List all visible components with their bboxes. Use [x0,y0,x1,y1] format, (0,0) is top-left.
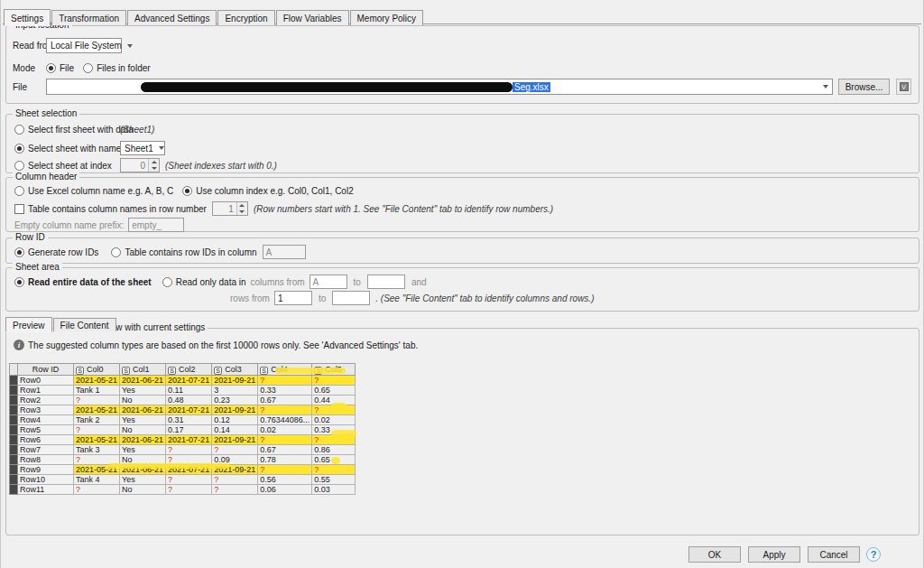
col-header-col5[interactable]: SCol5 [312,364,356,376]
browse-button[interactable]: Browse... [838,79,890,95]
col-header-rowid[interactable]: Row ID [18,364,74,376]
read-only-radio[interactable] [162,277,172,287]
row-handle[interactable] [10,455,18,465]
table-row[interactable]: Row92021-05-212021-06-212021-07-212021-0… [10,465,356,475]
tab-advanced-settings[interactable]: Advanced Settings [127,10,217,25]
col-header-col0[interactable]: SCol0 [74,364,120,376]
rows-to-input[interactable] [332,291,370,305]
table-row[interactable]: Row1Tank 1Yes0.1130.330.65 [10,386,356,396]
table-cell: 0.17 [166,425,212,435]
string-type-icon: S [314,367,322,375]
read-from-label: Read from [13,41,46,51]
tab-memory-policy[interactable]: Memory Policy [350,10,424,25]
tab-file-content[interactable]: File Content [53,318,116,331]
row-handle[interactable] [10,396,18,405]
file-path-input[interactable]: Seg.xlsx [46,79,833,95]
table-cell: 0.65 [312,386,356,396]
row-id-group: Row ID Generate row IDs Table contains r… [5,237,919,264]
col-header-col4[interactable]: SCol4 [258,364,312,376]
mode-file-radio[interactable] [46,63,56,73]
table-cell: 0.06 [258,485,312,495]
tab-settings[interactable]: Settings [4,9,51,26]
read-entire-radio[interactable] [14,277,24,287]
group-title: Row ID [13,232,48,242]
table-row[interactable]: Row7Tank 3Yes??0.670.86 [10,445,356,455]
rowid-column-input[interactable]: A [263,245,306,259]
generate-rowids-radio[interactable] [14,247,24,257]
preview-group: Preview with current settings i The sugg… [5,328,919,535]
ok-button[interactable]: OK [688,546,741,563]
sheet-index-radio[interactable] [14,161,24,171]
mode-folder-radio[interactable] [83,63,93,73]
table-cell: 0.33 [258,386,312,396]
file-name-selected-text: Seg.xlsx [513,82,550,92]
table-row[interactable]: Row8?No?0.090.780.65 [10,455,356,465]
table-row[interactable]: Row11?No??0.060.03 [10,485,356,495]
row-handle[interactable] [10,405,18,415]
tab-preview[interactable]: Preview [5,317,52,332]
flow-variable-button[interactable]: V [896,79,911,95]
table-row[interactable]: Row10Tank 4Yes??0.560.55 [10,475,356,485]
tab-encryption[interactable]: Encryption [217,10,274,25]
table-cell: ? [312,465,356,475]
columns-from-input[interactable]: A [310,275,347,289]
col-header-col2[interactable]: SCol2 [166,364,212,376]
table-row[interactable]: Row62021-05-212021-06-212021-07-212021-0… [10,435,356,445]
table-cell: ? [166,485,212,495]
tab-transformation[interactable]: Transformation [51,10,126,25]
table-cell: Tank 2 [74,415,120,425]
table-cell: ? [258,405,312,415]
row-handle[interactable] [10,386,18,396]
table-row[interactable]: Row2?No0.480.230.670.44 [10,396,356,405]
table-cell: ? [74,396,120,405]
group-title: Column header [13,172,79,182]
dialog-footer: OK Apply Cancel ? [681,546,881,563]
table-row[interactable]: Row02021-05-212021-06-212021-07-212021-0… [10,376,356,386]
row-handle[interactable] [10,465,18,475]
row-handle[interactable] [10,445,18,455]
col-index-label: Use column index e.g. Col0, Col1, Col2 [196,186,354,196]
generate-rowids-label: Generate row IDs [28,247,98,257]
table-row[interactable]: Row32021-05-212021-06-212021-07-212021-0… [10,405,356,415]
tab-flow-variables[interactable]: Flow Variables [276,10,349,25]
table-cell: ? [312,405,356,415]
table-row[interactable]: Row5?No0.170.140.020.33 [10,425,356,435]
spinner-arrows[interactable] [148,159,159,172]
table-cell: 2021-09-21 [212,405,258,415]
apply-button[interactable]: Apply [748,546,800,563]
table-cell: 2021-05-21 [74,465,120,475]
row-handle[interactable] [10,376,18,386]
sheet-name-radio[interactable] [14,144,24,154]
spinner-arrows[interactable] [236,202,247,215]
rowids-in-column-radio[interactable] [111,247,121,257]
table-row[interactable]: Row4Tank 2Yes0.310.120.76344086...0.02 [10,415,356,425]
table-cell: Tank 3 [74,445,120,455]
row-handle[interactable] [10,435,18,445]
row-handle[interactable] [10,485,18,495]
info-icon: i [14,340,24,350]
preview-table: Row IDSCol0SCol1SCol2SCol3SCol4SCol5 Row… [9,363,356,495]
columns-to-input[interactable] [367,275,405,289]
first-sheet-radio[interactable] [14,125,24,135]
table-cell: ? [74,455,120,465]
mode-folder-label: Files in folder [97,63,150,73]
rows-from-input[interactable]: 1 [274,291,312,305]
sheet-index-spinner[interactable]: 0 [120,158,160,172]
names-in-row-checkbox[interactable] [14,204,24,214]
sheet-name-select[interactable]: Sheet1 [120,141,165,155]
string-type-icon: S [76,367,84,375]
table-cell: ? [74,485,120,495]
col-header-col1[interactable]: SCol1 [120,364,166,376]
table-cell: ? [258,465,312,475]
prefix-input[interactable]: empty_ [128,218,184,232]
row-handle[interactable] [10,415,18,425]
col-index-radio[interactable] [182,186,192,196]
row-handle[interactable] [10,425,18,435]
help-icon[interactable]: ? [866,547,881,562]
excel-name-radio[interactable] [14,186,24,196]
cancel-button[interactable]: Cancel [808,546,860,563]
read-from-select[interactable]: Local File System [46,38,122,53]
names-in-row-spinner[interactable]: 1 [212,201,248,216]
col-header-col3[interactable]: SCol3 [212,364,258,376]
row-handle[interactable] [10,475,18,485]
